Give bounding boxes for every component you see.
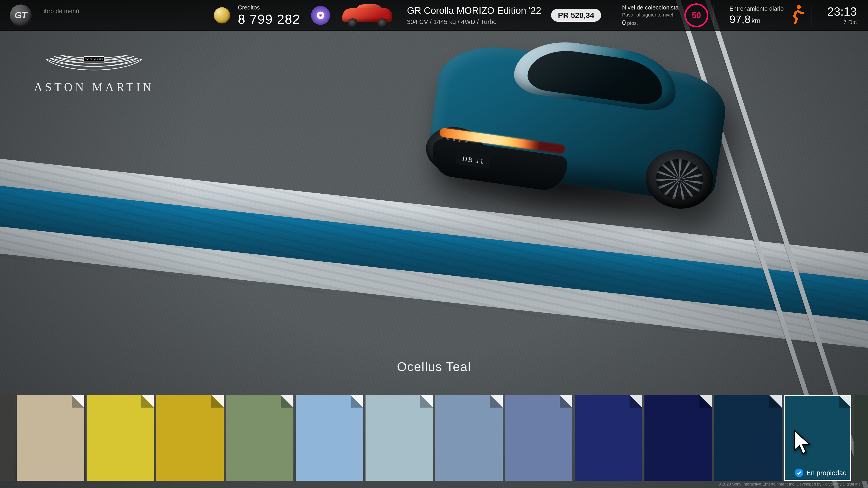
daily-label: Entrenamiento diario: [730, 5, 784, 12]
daily-value: 97,8km: [730, 13, 784, 26]
color-swatch[interactable]: [17, 395, 84, 481]
metallic-fold-icon: [839, 395, 851, 408]
color-swatch[interactable]: [435, 395, 503, 481]
top-bar: GT Libro de menú --- Créditos 8 799 282 …: [0, 0, 868, 31]
garage-car-name: GR Corolla MORIZO Edition '22: [407, 5, 541, 16]
collector-level-ring: 50: [684, 3, 708, 27]
brand-badge: ASTON MARTIN ASTON MARTIN: [34, 50, 154, 94]
garage-car-icon[interactable]: [340, 3, 398, 28]
color-swatch[interactable]: [156, 395, 224, 481]
metallic-fold-icon: [350, 395, 363, 408]
metallic-fold-icon: [72, 395, 84, 408]
color-swatch[interactable]: [854, 395, 868, 481]
color-swatch-strip: En propiedad: [0, 395, 868, 481]
svg-text:ASTON MARTIN: ASTON MARTIN: [80, 58, 107, 61]
owned-badge: En propiedad: [795, 468, 847, 477]
garage-car-spec: 304 CV / 1445 kg / 4WD / Turbo: [407, 18, 541, 26]
check-icon: [795, 468, 803, 477]
clock: 23:13 7 Dic: [827, 5, 857, 26]
gt-logo-icon[interactable]: GT: [10, 4, 32, 26]
color-swatch[interactable]: [226, 395, 293, 481]
collector-level[interactable]: Nivel de coleccionista Pasar al siguient…: [622, 4, 679, 26]
color-swatch[interactable]: [645, 395, 712, 481]
metallic-fold-icon: [560, 395, 572, 408]
color-swatch[interactable]: [0, 395, 14, 481]
aston-martin-wings-icon: ASTON MARTIN: [44, 50, 144, 77]
credits-display[interactable]: Créditos 8 799 282: [238, 4, 300, 27]
owned-label: En propiedad: [807, 469, 847, 477]
metallic-fold-icon: [211, 395, 224, 408]
clock-time: 23:13: [827, 5, 857, 18]
metallic-fold-icon: [629, 395, 642, 408]
garage-car-info[interactable]: GR Corolla MORIZO Edition '22 304 CV / 1…: [407, 5, 541, 26]
menu-book-label: Libro de menú: [40, 8, 79, 15]
clock-date: 7 Dic: [827, 19, 857, 26]
color-swatch[interactable]: [366, 395, 433, 481]
credits-value: 8 799 282: [238, 11, 300, 27]
color-swatch[interactable]: [575, 395, 642, 481]
brand-name: ASTON MARTIN: [34, 80, 154, 94]
daily-workout[interactable]: Entrenamiento diario 97,8km: [730, 5, 784, 26]
collector-label: Nivel de coleccionista: [622, 4, 679, 11]
credits-label: Créditos: [238, 4, 300, 11]
copyright-text: © 2023 Sony Interactive Entertainment In…: [718, 482, 862, 487]
credits-icon: [214, 7, 230, 24]
color-swatch[interactable]: [714, 395, 782, 481]
cursor-icon: [793, 430, 811, 455]
music-icon[interactable]: [311, 6, 330, 25]
selected-color-name: Ocellus Teal: [0, 359, 868, 374]
collector-points: 0ptos.: [622, 19, 679, 26]
metallic-fold-icon: [141, 395, 154, 408]
metallic-fold-icon: [490, 395, 503, 408]
pp-badge: PR 520,34: [551, 9, 601, 22]
runner-icon: [790, 4, 806, 26]
metallic-fold-icon: [769, 395, 782, 408]
metallic-fold-icon: [420, 395, 433, 408]
menu-book-value: ---: [40, 16, 79, 23]
menu-book-button[interactable]: Libro de menú ---: [40, 8, 79, 23]
metallic-fold-icon: [699, 395, 712, 408]
collector-sub: Pasar al siguiente nivel: [622, 12, 679, 18]
metallic-fold-icon: [281, 395, 293, 408]
color-swatch[interactable]: [505, 395, 572, 481]
color-swatch[interactable]: [296, 395, 363, 481]
svg-point-0: [320, 15, 321, 16]
color-swatch[interactable]: [87, 395, 154, 481]
